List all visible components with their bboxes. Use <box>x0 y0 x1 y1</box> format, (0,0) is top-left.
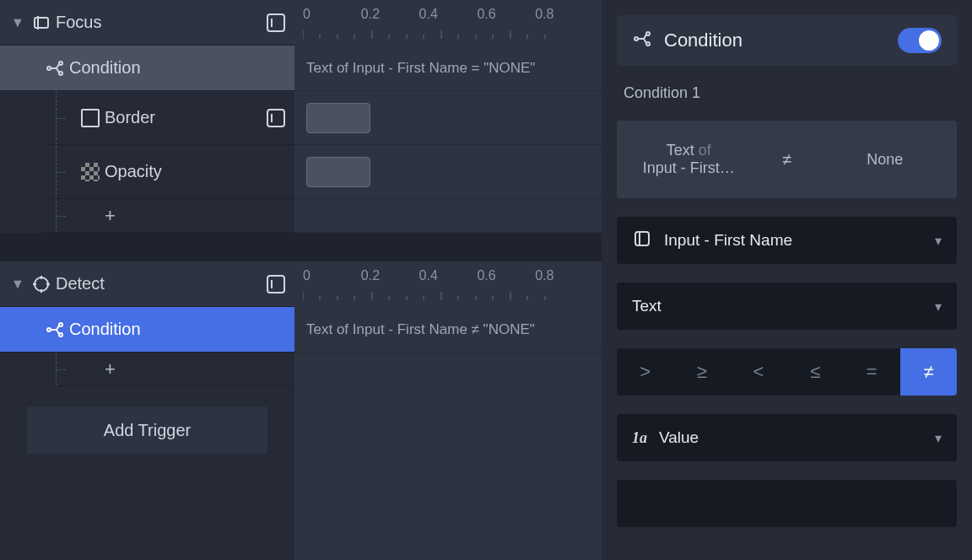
detect-condition-label: Condition <box>69 320 294 339</box>
detect-condition-row[interactable]: Condition <box>0 307 294 353</box>
trigger-focus-header[interactable]: ▼ Focus <box>0 0 294 46</box>
ruler-ticks-icon <box>303 30 556 39</box>
chevron-down-icon: ▼ <box>8 15 27 30</box>
chevron-down-icon: ▼ <box>8 277 27 292</box>
timeline-ruler: 0 0.2 0.4 0.6 0.8 <box>294 0 602 46</box>
condition-lhs: Text of Input - First… <box>617 121 761 198</box>
condition-summary-card[interactable]: Text of Input - First… ≠ None <box>617 121 957 198</box>
spacer <box>0 233 294 261</box>
ruler-tick: 0 <box>303 268 361 283</box>
condition-enabled-toggle[interactable] <box>898 28 942 53</box>
op-less-equal[interactable]: ≤ <box>787 348 844 396</box>
opacity-timeline-row[interactable] <box>294 145 602 199</box>
op-less[interactable]: < <box>730 348 786 396</box>
add-trigger-button[interactable]: Add Trigger <box>27 407 267 454</box>
triggers-panel: ▼ Focus Condition Border Opacity + <box>0 0 294 560</box>
timeline-panel: 0 0.2 0.4 0.6 0.8 Text of Input - First … <box>294 0 602 560</box>
ruler-tick: 0.4 <box>419 7 478 22</box>
value-type-icon: 1a <box>632 429 647 447</box>
add-property-row[interactable]: + <box>46 199 294 233</box>
add-trigger-label: Add Trigger <box>104 421 191 440</box>
plus-icon: + <box>105 358 116 380</box>
chevron-down-icon: ▾ <box>935 430 942 446</box>
property-select-label: Text <box>632 297 923 315</box>
color-swatch[interactable] <box>306 103 370 133</box>
condition-operator-display: ≠ <box>761 121 813 198</box>
svg-point-47 <box>634 37 638 40</box>
detect-condition-children: + <box>0 353 294 386</box>
value-mode-select[interactable]: 1a Value ▾ <box>617 414 957 461</box>
branch-icon <box>40 320 69 340</box>
trigger-detect-header[interactable]: ▼ Detect <box>0 261 294 307</box>
svg-point-5 <box>35 277 48 291</box>
ruler-tick: 0.2 <box>361 268 419 283</box>
spacer <box>294 233 602 261</box>
condition-subtitle: Condition 1 <box>617 84 957 102</box>
trigger-detect-label: Detect <box>56 274 257 293</box>
square-icon <box>76 109 105 127</box>
value-input[interactable] <box>617 480 957 527</box>
border-label: Border <box>105 108 257 127</box>
svg-rect-50 <box>635 232 649 245</box>
ruler-tick: 0.4 <box>419 268 478 283</box>
ruler-tick: 0 <box>303 7 361 22</box>
border-timeline-row[interactable] <box>294 91 602 145</box>
border-property-row[interactable]: Border <box>46 91 294 145</box>
add-property-row[interactable]: + <box>46 353 294 386</box>
svg-rect-0 <box>35 18 48 28</box>
element-icon <box>632 229 652 252</box>
focus-condition-row[interactable]: Condition <box>0 46 294 91</box>
plus-icon: + <box>105 205 116 227</box>
opacity-icon <box>76 163 105 181</box>
indicator-icon <box>257 109 294 127</box>
timeline-add-row <box>294 199 602 233</box>
ruler-ticks-icon <box>303 292 556 300</box>
condition-rhs: None <box>813 121 958 198</box>
opacity-label: Opacity <box>105 162 257 181</box>
operator-picker: > ≥ < ≤ = ≠ <box>617 348 957 396</box>
detect-condition-summary: Text of Input - First Name ≠ "NONE" <box>294 307 602 353</box>
crosshair-icon <box>27 274 56 294</box>
focus-condition-summary: Text of Input - First Name = "NONE" <box>294 46 602 91</box>
condition-panel-header: Condition <box>617 15 957 66</box>
ruler-tick: 0.6 <box>477 268 535 283</box>
color-swatch[interactable] <box>306 157 370 187</box>
panel-title: Condition <box>664 30 886 51</box>
op-not-equal[interactable]: ≠ <box>900 348 957 396</box>
condition-inspector: Condition Condition 1 Text of Input - Fi… <box>602 0 972 560</box>
svg-point-2 <box>47 67 51 70</box>
ruler-tick: 0.8 <box>535 268 593 283</box>
value-mode-label: Value <box>659 428 923 447</box>
chevron-down-icon: ▾ <box>935 299 942 315</box>
focus-condition-label: Condition <box>69 58 294 78</box>
opacity-property-row[interactable]: Opacity <box>46 145 294 199</box>
cursor-icon <box>27 13 56 33</box>
svg-point-10 <box>47 328 51 331</box>
indicator-icon <box>257 275 294 293</box>
op-greater-equal[interactable]: ≥ <box>673 348 730 396</box>
focus-condition-children: Border Opacity + <box>0 91 294 233</box>
ruler-tick: 0.2 <box>361 7 419 22</box>
ruler-tick: 0.6 <box>477 7 535 22</box>
op-greater[interactable]: > <box>617 348 673 396</box>
element-select[interactable]: Input - First Name ▾ <box>617 217 957 264</box>
property-select[interactable]: Text ▾ <box>617 283 957 330</box>
op-equal[interactable]: = <box>844 348 900 396</box>
branch-icon <box>632 29 652 52</box>
timeline-ruler: 0 0.2 0.4 0.6 0.8 <box>294 261 602 307</box>
branch-icon <box>40 58 69 78</box>
trigger-focus-label: Focus <box>56 13 257 32</box>
ruler-tick: 0.8 <box>535 7 593 22</box>
chevron-down-icon: ▾ <box>935 233 942 249</box>
indicator-icon <box>257 13 294 32</box>
element-select-label: Input - First Name <box>664 231 923 250</box>
